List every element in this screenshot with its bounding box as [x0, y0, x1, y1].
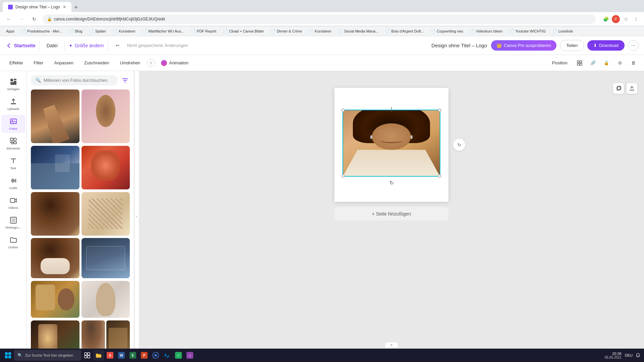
taskbar-app2[interactable]: A — [105, 350, 115, 361]
bookmark-kursideen[interactable]: 📄 Kursideen — [110, 28, 138, 34]
taskbar-right: 20:36 05.05.2021 DEU — [605, 352, 641, 359]
umdrehen-button[interactable]: Umdrehen — [116, 58, 144, 67]
sidebar-item-ordner[interactable]: Ordner — [1, 233, 25, 252]
tab-close-btn[interactable]: ✕ — [63, 5, 66, 9]
sidebar-item-hintergrund[interactable]: Hintergru... — [1, 214, 25, 232]
download-button[interactable]: ⬇ Download — [587, 40, 625, 51]
bookmark-kursideen2[interactable]: 📄 Kursideen — [306, 28, 334, 34]
photo-item-4[interactable] — [82, 146, 130, 190]
active-tab[interactable]: Design ohne Titel – Logo ✕ — [3, 2, 71, 12]
handle-top-left[interactable] — [341, 109, 345, 112]
bookmark-spaeter[interactable]: 📄 Später — [87, 28, 109, 34]
bookmark-wahlfaecher[interactable]: 📄 Wahlfächer WU Aus... — [140, 28, 187, 34]
lock-btn[interactable]: 🔒 — [601, 58, 612, 68]
bookmark-youtube[interactable]: 📄 Youtube WICHTIG — [506, 28, 548, 34]
add-page-button[interactable]: + Seite hinzufügen — [334, 207, 448, 221]
canvas-image-selection[interactable]: | ↻ — [342, 110, 440, 177]
zuschneiden-button[interactable]: Zuschneiden — [80, 58, 113, 67]
sidebar-item-text[interactable]: Text — [1, 154, 25, 173]
canva-pro-button[interactable]: 👑 Canva Pro ausprobieren — [491, 40, 556, 51]
rotate-side-btn[interactable]: ↻ — [453, 139, 465, 151]
bookmark-videokurs[interactable]: 📄 Videokurs Ideen — [467, 28, 505, 34]
filter-button[interactable]: Filter — [30, 58, 47, 67]
share-canvas-btn[interactable] — [627, 83, 637, 94]
forward-btn[interactable]: → — [17, 14, 26, 24]
sidebar-item-elemente[interactable]: Elemente — [1, 134, 25, 153]
grid-view-btn[interactable] — [574, 58, 585, 68]
sidebar-item-fotos[interactable]: Fotos — [1, 115, 25, 133]
taskbar-excel[interactable]: E — [127, 350, 138, 361]
photo-item-6[interactable] — [82, 192, 130, 236]
uploads-icon — [9, 98, 17, 106]
extensions-btn[interactable]: 🧩 — [602, 15, 610, 23]
bookmark-bois[interactable]: 📄 Bois d'Argent Duft... — [383, 28, 427, 34]
reload-btn[interactable]: ↻ — [30, 14, 39, 24]
search-input[interactable] — [44, 78, 113, 83]
photo-item-3[interactable] — [31, 146, 79, 190]
bookmark-leseliste[interactable]: 📄 Leseliste — [550, 28, 576, 34]
sidebar-item-uploads[interactable]: Uploads — [1, 95, 25, 113]
more-options-button[interactable]: ⋯ — [628, 40, 639, 51]
sidebar-item-vorlagen[interactable]: Vorlagen — [1, 75, 25, 94]
task-view-btn[interactable] — [82, 350, 93, 361]
photo-item-8[interactable] — [82, 238, 130, 279]
taskbar-file-explorer[interactable] — [93, 350, 104, 361]
home-button[interactable]: Startseite — [5, 42, 36, 49]
trash-btn[interactable]: 🗑 — [628, 58, 639, 68]
rotate-bottom-handle[interactable]: ↻ — [389, 180, 394, 186]
bookmark-canva[interactable]: 📄 Cload + Canva Bilder — [220, 28, 267, 34]
effekte-button[interactable]: Effekte — [5, 58, 27, 67]
bookmark-social[interactable]: 📄 Social Media Mana... — [335, 28, 381, 34]
photo-item-5[interactable] — [31, 192, 79, 236]
photo-item-10[interactable] — [82, 281, 130, 318]
undo-button[interactable]: ↩ — [112, 40, 123, 51]
taskbar-edge[interactable] — [162, 350, 172, 361]
search-taskbar-btn[interactable]: 🔍 Zur Suche Text hier eingeben — [14, 350, 81, 361]
svg-rect-4 — [10, 79, 13, 81]
document-title[interactable]: Design ohne Titel – Logo — [431, 43, 487, 48]
url-field[interactable]: 🔒 canva.com/design/DAEdomzscjl/drBfjHdCo… — [42, 14, 596, 24]
taskbar-chrome[interactable] — [150, 350, 161, 361]
bookmark-pdf[interactable]: 📄 PDF Report — [188, 28, 219, 34]
start-button[interactable] — [3, 350, 13, 361]
bookmark-produktsuche[interactable]: 📄 Produktsuche - Mer... — [18, 28, 65, 34]
sidebar-item-videos[interactable]: Videos — [1, 194, 25, 212]
taskbar-word[interactable]: W — [116, 350, 127, 361]
app7-icon: ✓ — [175, 352, 182, 359]
collapse-bottom-panel-btn[interactable]: ∧ — [385, 342, 398, 348]
sidebar-item-audio[interactable]: Audio — [1, 174, 25, 192]
photo-item-7[interactable] — [31, 238, 79, 279]
photo-item-2[interactable] — [82, 89, 130, 144]
search-box[interactable]: 🔍 — [31, 75, 118, 85]
taskbar-app7[interactable]: ✓ — [173, 350, 184, 361]
position-button[interactable]: Position — [548, 58, 572, 67]
handle-top-right[interactable] — [438, 109, 441, 112]
animation-button[interactable]: Animation — [158, 58, 192, 68]
taskbar-notifications[interactable] — [635, 352, 641, 359]
duplicate-canvas-btn[interactable] — [613, 83, 624, 94]
resize-button[interactable]: ✦ Größe ändern — [69, 43, 104, 48]
copy-btn[interactable]: ⧉ — [614, 58, 625, 68]
taskbar-powerpoint[interactable]: P — [139, 350, 150, 361]
photo-item-9[interactable] — [31, 281, 79, 318]
new-tab-btn[interactable]: + — [71, 3, 81, 12]
anpassen-button[interactable]: Anpassen — [50, 58, 77, 67]
handle-bottom-right[interactable] — [438, 174, 441, 178]
profile-btn[interactable]: P — [612, 15, 620, 23]
info-button[interactable]: i — [147, 59, 155, 67]
browser-more-btn[interactable]: ⋮ — [632, 15, 640, 23]
bookmark-apps[interactable]: Apps — [3, 28, 17, 34]
file-menu[interactable]: Datei — [44, 42, 60, 50]
photo-item-1[interactable] — [31, 89, 79, 144]
bookmark-blog[interactable]: 📄 Blog — [66, 28, 85, 34]
handle-bottom-left[interactable] — [341, 174, 345, 178]
bookmark-copywriting[interactable]: 📄 Copywriting neu — [428, 28, 466, 34]
bookmark-btn[interactable]: ☆ — [622, 15, 630, 23]
panel-collapse-handle[interactable]: ‹ — [134, 71, 139, 362]
bookmark-dinner[interactable]: 📄 Dinner & Crime — [268, 28, 305, 34]
link-btn[interactable]: 🔗 — [588, 58, 598, 68]
share-button[interactable]: Teilen — [560, 40, 584, 51]
filter-button[interactable] — [120, 76, 130, 85]
taskbar-app8[interactable]: ♫ — [184, 350, 195, 361]
back-btn[interactable]: ← — [4, 14, 13, 24]
